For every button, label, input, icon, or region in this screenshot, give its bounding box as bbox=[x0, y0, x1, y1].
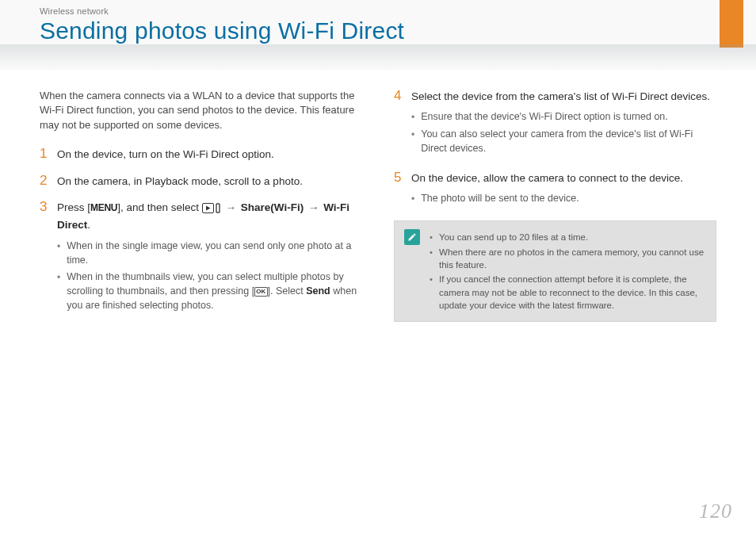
note-text: You can send up to 20 files at a time. bbox=[439, 231, 588, 243]
step-1: 1 On the device, turn on the Wi-Fi Direc… bbox=[40, 147, 362, 162]
bullet-text: The photo will be sent to the device. bbox=[421, 192, 578, 206]
bullet-text: Ensure that the device's Wi-Fi Direct op… bbox=[421, 110, 668, 124]
step-3: 3 Press [MENU], and then select → Share(… bbox=[40, 200, 362, 316]
text: ], and then select bbox=[117, 201, 202, 213]
note-item: You can send up to 20 files at a time. bbox=[430, 231, 706, 243]
step-head: Select the device from the camera's list… bbox=[411, 90, 710, 102]
share-label: Share(Wi-Fi) bbox=[241, 201, 304, 213]
step-4: 4 Select the device from the camera's li… bbox=[394, 89, 716, 159]
step-5: 5 On the device, allow the camera to con… bbox=[394, 170, 716, 209]
step-head: Press [MENU], and then select → Share(Wi… bbox=[57, 201, 349, 231]
bullet-text: When in the thumbnails view, you can sel… bbox=[67, 270, 362, 312]
arrow-icon: → bbox=[221, 201, 241, 213]
pencil-note-icon bbox=[404, 229, 420, 245]
step-body: On the camera, in Playback mode, scroll … bbox=[57, 174, 362, 189]
text: . bbox=[87, 219, 90, 231]
step-body: Press [MENU], and then select → Share(Wi… bbox=[57, 200, 362, 316]
step-head: On the camera, in Playback mode, scroll … bbox=[57, 175, 303, 187]
bullet-text: When in the single image view, you can s… bbox=[67, 239, 362, 268]
bullet: Ensure that the device's Wi-Fi Direct op… bbox=[411, 110, 716, 124]
right-column: 4 Select the device from the camera's li… bbox=[394, 89, 716, 327]
note-box: You can send up to 20 files at a time. W… bbox=[394, 220, 716, 322]
step-body: On the device, allow the camera to conne… bbox=[411, 170, 716, 209]
bullet-text: You can also select your camera from the… bbox=[421, 128, 716, 156]
step-head: On the device, turn on the Wi-Fi Direct … bbox=[57, 148, 274, 160]
bullet: The photo will be sent to the device. bbox=[411, 192, 716, 206]
note-item: If you cancel the connection attempt bef… bbox=[430, 273, 706, 312]
step-number: 5 bbox=[394, 170, 403, 209]
step-3-bullets: When in the single image view, you can s… bbox=[57, 239, 362, 313]
svg-marker-1 bbox=[206, 206, 211, 211]
bullet: You can also select your camera from the… bbox=[411, 128, 716, 156]
play-info-icon bbox=[202, 202, 221, 217]
note-list: You can send up to 20 files at a time. W… bbox=[430, 229, 706, 313]
step-number: 2 bbox=[40, 174, 49, 189]
bullet: When in the thumbnails view, you can sel… bbox=[57, 270, 362, 312]
edge-tab-decoration bbox=[720, 0, 743, 48]
note-text: If you cancel the connection attempt bef… bbox=[439, 273, 706, 312]
page-number: 120 bbox=[699, 500, 732, 523]
bullet: When in the single image view, you can s… bbox=[57, 239, 362, 268]
arrow-icon: → bbox=[304, 201, 323, 213]
page-header: Wireless network Sending photos using Wi… bbox=[0, 0, 756, 70]
text: Press [ bbox=[57, 201, 90, 213]
left-column: When the camera connects via a WLAN to a… bbox=[40, 89, 362, 327]
step-head: On the device, allow the camera to conne… bbox=[411, 172, 683, 184]
content-columns: When the camera connects via a WLAN to a… bbox=[0, 70, 756, 327]
intro-paragraph: When the camera connects via a WLAN to a… bbox=[40, 89, 362, 132]
steps-right: 4 Select the device from the camera's li… bbox=[394, 89, 716, 209]
menu-button-label: MENU bbox=[90, 201, 117, 215]
step-4-bullets: Ensure that the device's Wi-Fi Direct op… bbox=[411, 110, 716, 156]
note-item: When there are no photos in the camera m… bbox=[430, 246, 706, 272]
step-number: 1 bbox=[40, 147, 49, 162]
step-5-bullets: The photo will be sent to the device. bbox=[411, 192, 716, 206]
note-text: When there are no photos in the camera m… bbox=[439, 246, 706, 272]
section-breadcrumb: Wireless network bbox=[40, 6, 716, 16]
step-body: Select the device from the camera's list… bbox=[411, 89, 716, 159]
step-body: On the device, turn on the Wi-Fi Direct … bbox=[57, 147, 362, 162]
steps-left: 1 On the device, turn on the Wi-Fi Direc… bbox=[40, 147, 362, 316]
step-number: 3 bbox=[40, 200, 49, 316]
ok-key-icon: OK bbox=[254, 287, 267, 297]
step-2: 2 On the camera, in Playback mode, scrol… bbox=[40, 174, 362, 189]
page-title: Sending photos using Wi-Fi Direct bbox=[40, 17, 716, 44]
step-number: 4 bbox=[394, 89, 403, 159]
